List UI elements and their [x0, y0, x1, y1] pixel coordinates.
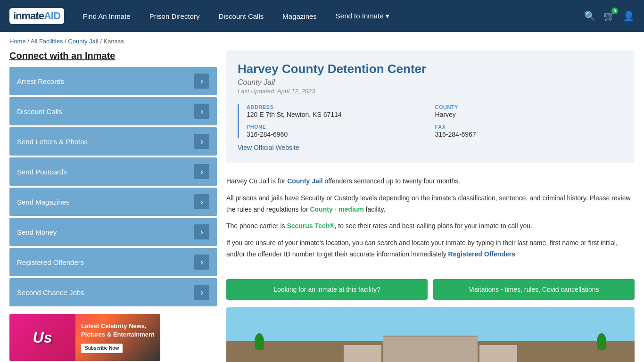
navigation: inmateAID Find An Inmate Prison Director… [0, 0, 644, 32]
breadcrumb-kansas: Kansas [103, 38, 124, 45]
nav-find-an-inmate[interactable]: Find An Inmate [83, 12, 131, 20]
building-wing-left [344, 345, 381, 362]
facility-type: County Jail [238, 78, 623, 87]
chevron-right-icon: › [194, 194, 209, 209]
building-wing-right [479, 345, 517, 362]
sidebar-item-label: Send Letters & Photos [17, 138, 88, 146]
ad-headline: Latest Celebrity News, Pictures & Entert… [81, 322, 155, 339]
nav-discount-calls[interactable]: Discount Calls [218, 12, 264, 20]
county-medium-link[interactable]: County - medium [310, 206, 363, 213]
action-buttons: Looking for an inmate at this facility? … [226, 279, 635, 300]
sidebar-item-send-magazines[interactable]: Send Magazines › [9, 188, 217, 216]
ad-content: Latest Celebrity News, Pictures & Entert… [75, 318, 160, 357]
sidebar-item-label: Send Magazines [17, 198, 70, 206]
address-value: 120 E 7th St, Newton, KS 67114 [247, 111, 435, 118]
desc-paragraph-4: If you are unsure of your inmate's locat… [226, 238, 635, 260]
sidebar-item-registered-offenders[interactable]: Registered Offenders › [9, 248, 217, 276]
tree-right [597, 333, 606, 350]
desc-paragraph-1: Harvey Co Jail is for County Jail offend… [226, 176, 635, 187]
sidebar-item-send-money[interactable]: Send Money › [9, 218, 217, 246]
building-illustration [344, 336, 517, 362]
address-label: ADDRESS [247, 104, 435, 110]
facility-card: Harvey County Detention Center County Ja… [226, 50, 635, 163]
facility-name: Harvey County Detention Center [238, 62, 623, 76]
facility-image [226, 307, 635, 362]
visitations-button[interactable]: Visitations - times, rules, Covid cancel… [433, 279, 635, 300]
sidebar-item-label: Registered Offenders [17, 258, 84, 266]
logo-text: inmateAID [13, 10, 60, 22]
county-block: COUNTY Harvey [435, 104, 624, 118]
county-value: Harvey [435, 111, 624, 118]
content-area: Harvey County Detention Center County Ja… [226, 50, 635, 362]
chevron-right-icon: › [194, 104, 209, 119]
ad-banner[interactable]: Us Latest Celebrity News, Pictures & Ent… [9, 314, 160, 361]
sidebar-item-label: Discount Calls [17, 107, 62, 115]
sidebar: Connect with an Inmate Arrest Records › … [9, 50, 217, 362]
cart-icon[interactable]: 🛒 0 [603, 10, 615, 22]
breadcrumb-all-facilities[interactable]: All Facilities [31, 38, 63, 45]
official-website-link[interactable]: View Official Website [238, 144, 299, 151]
find-inmate-button[interactable]: Looking for an inmate at this facility? [226, 279, 428, 300]
sidebar-item-send-postcards[interactable]: Send Postcards › [9, 157, 217, 186]
ad-brand: Us [9, 314, 75, 361]
address-block: ADDRESS 120 E 7th St, Newton, KS 67114 [247, 104, 435, 118]
sidebar-item-label: Send Postcards [17, 168, 67, 176]
cart-badge: 0 [611, 8, 618, 14]
facility-info-grid: ADDRESS 120 E 7th St, Newton, KS 67114 C… [238, 104, 623, 138]
registered-offenders-link[interactable]: Registered Offenders [448, 250, 515, 258]
nav-magazines[interactable]: Magazines [282, 12, 317, 20]
nav-prison-directory[interactable]: Prison Directory [149, 12, 200, 20]
phone-value: 316-284-6960 [247, 131, 435, 138]
securus-tech-link[interactable]: Securus Tech® [287, 222, 334, 230]
sidebar-item-second-chance-jobs[interactable]: Second Chance Jobs › [9, 278, 217, 306]
phone-block: PHONE 316-284-6960 [247, 124, 435, 138]
sidebar-item-discount-calls[interactable]: Discount Calls › [9, 97, 217, 125]
nav-icons: 🔍 🛒 0 👤 [584, 10, 635, 22]
phone-label: PHONE [247, 124, 435, 130]
facility-description: Harvey Co Jail is for County Jail offend… [226, 170, 635, 272]
sidebar-item-label: Send Money [17, 228, 57, 236]
search-icon[interactable]: 🔍 [584, 10, 596, 22]
sidebar-item-arrest-records[interactable]: Arrest Records › [9, 67, 217, 95]
main-layout: Connect with an Inmate Arrest Records › … [0, 50, 644, 362]
chevron-right-icon: › [194, 164, 209, 179]
nav-send-to-inmate[interactable]: Send to Inmate ▾ [336, 12, 389, 20]
county-jail-link[interactable]: County Jail [287, 177, 322, 185]
nav-links: Find An Inmate Prison Directory Discount… [83, 12, 584, 20]
fax-value: 316-284-6967 [435, 131, 624, 138]
breadcrumb-county-jail[interactable]: County Jail [68, 38, 98, 45]
county-label: COUNTY [435, 104, 624, 110]
facility-last-updated: Last Updated: April 12, 2023 [238, 88, 623, 95]
desc-paragraph-3: The phone carrier is Securus Tech®, to s… [226, 221, 635, 232]
logo[interactable]: inmateAID [9, 8, 64, 24]
user-icon[interactable]: 👤 [623, 10, 635, 22]
chevron-right-icon: › [194, 255, 209, 270]
ad-cta-button[interactable]: Subscribe Now [81, 344, 123, 353]
sidebar-item-label: Arrest Records [17, 77, 64, 85]
chevron-right-icon: › [194, 224, 209, 239]
breadcrumb-home[interactable]: Home [9, 38, 26, 45]
building-main [383, 336, 478, 362]
chevron-right-icon: › [194, 74, 209, 89]
desc-paragraph-2: All prisons and jails have Security or C… [226, 193, 635, 215]
sidebar-title: Connect with an Inmate [9, 50, 217, 61]
sidebar-menu: Arrest Records › Discount Calls › Send L… [9, 67, 217, 306]
breadcrumb: Home / All Facilities / County Jail / Ka… [0, 32, 644, 50]
chevron-right-icon: › [194, 134, 209, 149]
fax-block: FAX 316-284-6967 [435, 124, 624, 138]
sidebar-item-label: Second Chance Jobs [17, 288, 84, 296]
tree-left [255, 333, 264, 350]
sidebar-item-send-letters[interactable]: Send Letters & Photos › [9, 127, 217, 156]
fax-label: FAX [435, 124, 624, 130]
chevron-right-icon: › [194, 285, 209, 300]
